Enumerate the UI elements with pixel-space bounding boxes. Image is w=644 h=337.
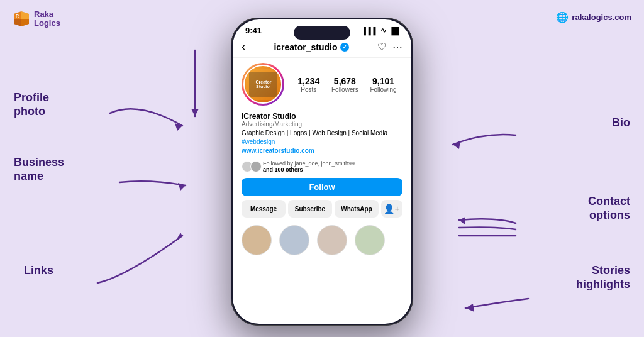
highlight-circle-2 [279, 225, 309, 255]
website-link-bio[interactable]: www.icreatorstudio.com [242, 147, 314, 154]
website-link: 🌐 rakalogics.com [556, 11, 631, 23]
svg-marker-11 [21, 19, 29, 26]
followed-by-text: Followed by jane_doe, john_smith99 and 1… [263, 160, 355, 173]
annotation-links: Links [24, 264, 53, 278]
profile-section: iCreatorStudio 1,234 Posts 5,678 Follo [233, 58, 411, 109]
phone-screen: 9:41 ▌▌▌ ∿ ▐█ ‹ icreator_studio ✓ ♡ ⋯ [233, 19, 411, 324]
globe-icon: 🌐 [556, 11, 569, 23]
annotation-stories-highlights: Storieshighlights [576, 264, 630, 291]
phone-mockup: 9:41 ▌▌▌ ∿ ▐█ ‹ icreator_studio ✓ ♡ ⋯ [231, 18, 413, 326]
annotation-bio: Bio [612, 116, 630, 130]
posts-stat: 1,234 Posts [297, 76, 319, 93]
ig-header: ‹ icreator_studio ✓ ♡ ⋯ [233, 38, 411, 58]
avatar-wrapper[interactable]: iCreatorStudio [242, 63, 284, 106]
signal-icon: ▌▌▌ [364, 27, 378, 35]
svg-marker-9 [21, 11, 29, 19]
brand-logo: R Raka Logics [11, 9, 60, 29]
battery-icon: ▐█ [389, 27, 399, 35]
status-time: 9:41 [245, 26, 262, 35]
profile-top-row: iCreatorStudio 1,234 Posts 5,678 Follo [242, 63, 402, 106]
svg-marker-1 [178, 183, 186, 191]
highlight-circle-1 [242, 225, 272, 255]
annotation-profile-photo: Profilephoto [14, 91, 49, 118]
highlights-row [233, 220, 411, 258]
bio-hashtag[interactable]: #webdesign [242, 138, 275, 145]
header-actions: ♡ ⋯ [377, 41, 402, 53]
following-stat[interactable]: 9,101 Following [370, 76, 396, 93]
highlight-item-4[interactable] [355, 225, 385, 255]
bio-section: iCreator Studio Advertising/Marketing Gr… [233, 109, 411, 158]
logo-text: Raka Logics [34, 10, 60, 28]
more-options-icon[interactable]: ⋯ [392, 41, 402, 53]
notifications-icon[interactable]: ♡ [377, 41, 386, 53]
svg-marker-2 [176, 233, 182, 240]
followers-stat[interactable]: 5,678 Followers [331, 76, 358, 93]
svg-marker-10 [14, 19, 21, 26]
svg-text:R: R [16, 14, 19, 18]
highlight-item-3[interactable] [317, 225, 347, 255]
phone-frame: 9:41 ▌▌▌ ∿ ▐█ ‹ icreator_studio ✓ ♡ ⋯ [231, 18, 413, 326]
business-category: Advertising/Marketing [242, 121, 402, 128]
highlight-circle-4 [355, 225, 385, 255]
svg-marker-0 [175, 123, 182, 131]
svg-marker-5 [465, 304, 474, 312]
svg-marker-3 [453, 141, 460, 149]
highlight-circle-3 [317, 225, 347, 255]
secondary-buttons-row: Message Subscribe WhatsApp 👤+ [242, 200, 402, 218]
annotation-business-name: Businessname [14, 156, 64, 183]
profile-photo: iCreatorStudio [246, 69, 280, 100]
follower-avatars [242, 161, 259, 172]
whatsapp-button[interactable]: WhatsApp [335, 200, 379, 218]
back-button[interactable]: ‹ [242, 40, 245, 53]
follow-button[interactable]: Follow [242, 178, 402, 196]
annotation-contact-options: Contactoptions [588, 195, 630, 222]
avatar-inner: iCreatorStudio [243, 65, 282, 104]
follower-avatar-2 [250, 161, 262, 172]
action-buttons: Follow Message Subscribe WhatsApp 👤+ [233, 175, 411, 220]
followed-by-row: Followed by jane_doe, john_smith99 and 1… [233, 158, 411, 175]
avatar-ring: iCreatorStudio [242, 63, 284, 106]
business-name: iCreator Studio [242, 112, 402, 121]
svg-marker-6 [191, 109, 199, 116]
highlight-item-2[interactable] [279, 225, 309, 255]
subscribe-button[interactable]: Subscribe [288, 200, 332, 218]
add-person-button[interactable]: 👤+ [381, 200, 402, 218]
dynamic-island [294, 26, 350, 40]
stats-row: 1,234 Posts 5,678 Followers 9,101 Follow… [292, 76, 402, 93]
wifi-icon: ∿ [380, 26, 386, 35]
bio-text: Graphic Design | Logos | Web Design | So… [242, 129, 402, 155]
svg-marker-4 [459, 217, 465, 225]
highlight-item-1[interactable] [242, 225, 272, 255]
add-person-icon: 👤+ [384, 204, 399, 214]
username-header: icreator_studio ✓ [274, 42, 348, 52]
verified-badge: ✓ [340, 43, 349, 52]
message-button[interactable]: Message [242, 200, 286, 218]
status-icons: ▌▌▌ ∿ ▐█ [364, 26, 399, 35]
